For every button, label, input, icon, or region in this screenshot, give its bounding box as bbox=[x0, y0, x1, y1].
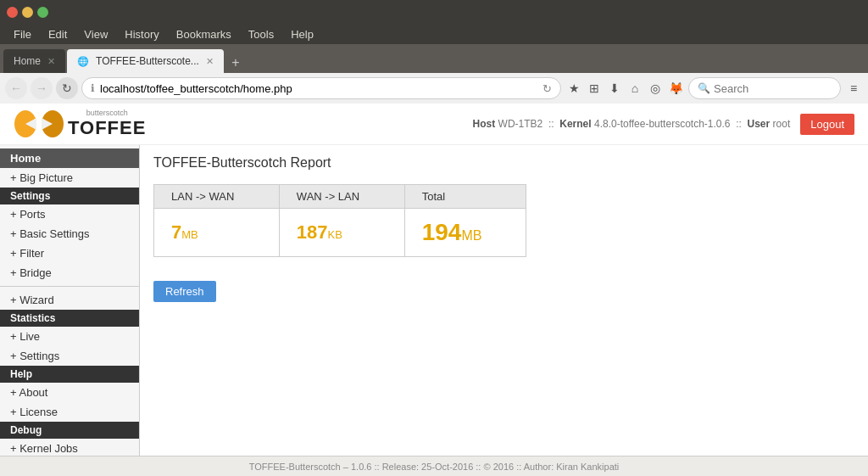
url-bar[interactable]: ℹ ↻ bbox=[81, 77, 561, 99]
menu-view[interactable]: View bbox=[77, 26, 114, 42]
refresh-nav-button[interactable]: ↻ bbox=[56, 77, 78, 99]
sidebar-item-ports[interactable]: + Ports bbox=[0, 204, 139, 224]
sidebar-menu: Home + Big Picture Settings + Ports + Ba… bbox=[0, 145, 139, 456]
titlebar bbox=[0, 0, 868, 24]
logout-button[interactable]: Logout bbox=[800, 114, 854, 135]
sidebar-item-basicsettings[interactable]: + Basic Settings bbox=[0, 224, 139, 244]
data-table: LAN -> WAN WAN -> LAN Total 7MB 187KB bbox=[153, 184, 526, 257]
sidebar-section-settings: Settings bbox=[0, 188, 139, 204]
menu-edit[interactable]: Edit bbox=[42, 26, 74, 42]
reload-icon[interactable]: ↻ bbox=[542, 82, 552, 95]
search-icon: 🔍 bbox=[698, 82, 710, 94]
sidebar-item-home[interactable]: Home bbox=[0, 148, 139, 168]
pocket-icon[interactable]: ◎ bbox=[646, 79, 665, 98]
col-header-wan-lan: WAN -> LAN bbox=[279, 185, 404, 209]
overflow-icon[interactable]: ≡ bbox=[844, 79, 863, 98]
main-content: TOFFEE-Butterscotch Report LAN -> WAN WA… bbox=[140, 145, 868, 456]
logo-butterscotch: butterscotch bbox=[86, 109, 128, 117]
menu-bookmarks[interactable]: Bookmarks bbox=[170, 26, 238, 42]
tabbar: Home ✕ 🌐 TOFFEE-Butterscote... ✕ + bbox=[0, 44, 868, 73]
user-label: User bbox=[748, 118, 771, 130]
table-row: 7MB 187KB 194MB bbox=[154, 209, 526, 257]
report-title: TOFFEE-Butterscotch Report bbox=[153, 155, 854, 171]
download-icon[interactable]: ⬇ bbox=[605, 79, 624, 98]
col-header-lan-wan: LAN -> WAN bbox=[154, 185, 280, 209]
tab-home-close[interactable]: ✕ bbox=[47, 56, 55, 67]
tab-toffee-label: TOFFEE-Butterscote... bbox=[96, 55, 199, 67]
menu-divider-1 bbox=[0, 286, 139, 287]
sidebar-item-live[interactable]: + Live bbox=[0, 327, 139, 346]
body-area: Home + Big Picture Settings + Ports + Ba… bbox=[0, 145, 868, 456]
kernel-label: Kernel bbox=[559, 118, 591, 130]
lan-wan-value: 7MB bbox=[171, 221, 198, 243]
wan-lan-value: 187KB bbox=[297, 221, 342, 243]
back-button[interactable]: ← bbox=[5, 77, 27, 99]
new-tab-button[interactable]: + bbox=[225, 53, 246, 73]
sidebar-section-debug: Debug bbox=[0, 422, 139, 439]
cell-lan-wan: 7MB bbox=[154, 209, 280, 257]
refresh-button[interactable]: Refresh bbox=[153, 281, 216, 302]
host-value: WD-1TB2 bbox=[498, 118, 543, 130]
logo-area: butterscotch TOFFEE bbox=[14, 107, 146, 141]
home-icon[interactable]: ⌂ bbox=[626, 79, 644, 98]
firefox-icon[interactable]: 🦊 bbox=[666, 79, 685, 98]
total-value: 194MB bbox=[422, 219, 482, 245]
host-label: Host bbox=[473, 118, 496, 130]
cell-wan-lan: 187KB bbox=[279, 209, 404, 257]
maximize-button[interactable] bbox=[37, 7, 48, 18]
search-input[interactable] bbox=[714, 82, 856, 95]
menu-history[interactable]: History bbox=[118, 26, 165, 42]
tab-toffee[interactable]: 🌐 TOFFEE-Butterscote... ✕ bbox=[67, 49, 224, 73]
header-info: butterscotch TOFFEE Host WD-1TB2 :: Kern… bbox=[0, 104, 868, 145]
window-controls[interactable] bbox=[7, 7, 48, 18]
toolbar-icons: ★ ⊞ ⬇ ⌂ ◎ 🦊 bbox=[565, 79, 685, 98]
close-button[interactable] bbox=[7, 7, 18, 18]
tab-home-label: Home bbox=[14, 55, 41, 67]
menu-help[interactable]: Help bbox=[284, 26, 320, 42]
sidebar-item-license[interactable]: + License bbox=[0, 402, 139, 422]
page-wrapper: butterscotch TOFFEE Host WD-1TB2 :: Kern… bbox=[0, 104, 868, 476]
tab-home[interactable]: Home ✕ bbox=[3, 49, 65, 73]
col-header-total: Total bbox=[404, 185, 526, 209]
search-bar[interactable]: 🔍 bbox=[688, 77, 841, 99]
sidebar-item-bigpicture[interactable]: + Big Picture bbox=[0, 168, 139, 188]
sidebar: Home + Big Picture Settings + Ports + Ba… bbox=[0, 145, 140, 456]
sidebar-item-filter[interactable]: + Filter bbox=[0, 244, 139, 263]
menu-tools[interactable]: Tools bbox=[242, 26, 281, 42]
host-info: Host WD-1TB2 :: Kernel 4.8.0-toffee-butt… bbox=[473, 118, 791, 130]
sidebar-item-settings[interactable]: + Settings bbox=[0, 346, 139, 366]
tab-toffee-close[interactable]: ✕ bbox=[206, 56, 214, 67]
footer-text: TOFFEE-Butterscotch – 1.0.6 :: Release: … bbox=[249, 462, 620, 472]
logo-toffee: TOFFEE bbox=[68, 117, 146, 139]
menu-file[interactable]: File bbox=[7, 26, 38, 42]
cell-total: 194MB bbox=[404, 209, 526, 257]
menubar: File Edit View History Bookmarks Tools H… bbox=[0, 24, 868, 44]
kernel-value: 4.8.0-toffee-butterscotch-1.0.6 bbox=[594, 118, 731, 130]
extra-toolbar: ≡ bbox=[844, 79, 863, 98]
sidebar-section-help: Help bbox=[0, 366, 139, 383]
reader-icon[interactable]: ⊞ bbox=[585, 79, 604, 98]
sidebar-item-about[interactable]: + About bbox=[0, 383, 139, 402]
sidebar-item-wizard[interactable]: + Wizard bbox=[0, 290, 139, 310]
minimize-button[interactable] bbox=[22, 7, 33, 18]
secure-icon: ℹ bbox=[91, 82, 95, 94]
url-input[interactable] bbox=[100, 82, 537, 95]
sidebar-item-kerneljobs[interactable]: + Kernel Jobs bbox=[0, 439, 139, 456]
forward-button[interactable]: → bbox=[31, 77, 53, 99]
user-value: root bbox=[773, 118, 791, 130]
sidebar-section-statistics: Statistics bbox=[0, 310, 139, 327]
logo-svg bbox=[14, 107, 64, 141]
bookmark-star-icon[interactable]: ★ bbox=[565, 79, 583, 98]
sidebar-item-bridge[interactable]: + Bridge bbox=[0, 263, 139, 283]
footer: TOFFEE-Butterscotch – 1.0.6 :: Release: … bbox=[0, 456, 868, 476]
addressbar: ← → ↻ ℹ ↻ ★ ⊞ ⬇ ⌂ ◎ 🦊 🔍 ≡ bbox=[0, 73, 868, 104]
